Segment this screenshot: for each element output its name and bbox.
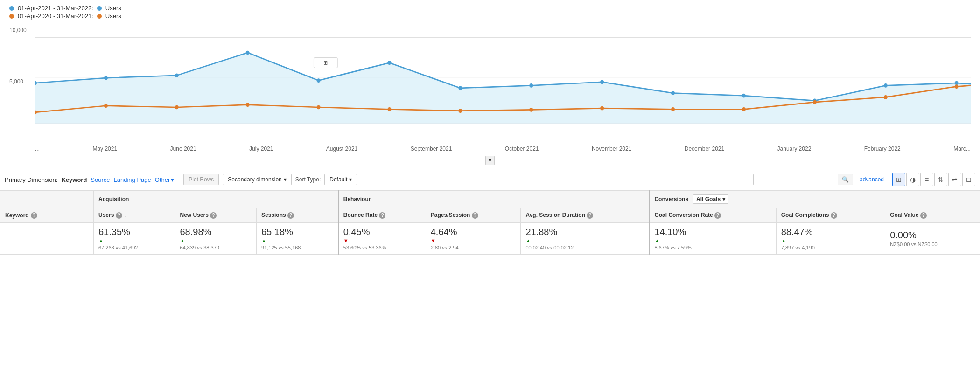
data-icon: ⊟ — [966, 176, 972, 183]
compare-view-button[interactable]: ⇅ — [934, 173, 947, 186]
goal-comp-pct-value: 88.47% — [781, 227, 880, 237]
legend-dates-current: 01-Apr-2021 - 31-Mar-2022: — [18, 5, 93, 12]
list-view-button[interactable]: ≡ — [920, 173, 933, 186]
legend-item-prev: 01-Apr-2020 - 31-Mar-2021: Users — [9, 13, 971, 20]
pages-pct-value: 4.64% — [431, 227, 516, 237]
avg-session-trend-icon: ▲ — [525, 238, 531, 243]
new-users-trend-icon: ▲ — [180, 238, 185, 243]
primary-dimension-bar: Primary Dimension: Keyword Source Landin… — [5, 176, 174, 183]
grid-view-button[interactable]: ⊞ — [892, 173, 905, 186]
goal-comp-help-icon[interactable]: ? — [831, 212, 837, 219]
totals-goal-value-cell: 0.00% NZ$0.00 vs NZ$0.00 — [885, 222, 980, 254]
totals-pages-cell: 4.64% ▼ 2.80 vs 2.94 — [426, 222, 521, 254]
sort-default-button[interactable]: Default ▾ — [324, 174, 357, 185]
legend-label-current: Users — [105, 5, 121, 12]
svg-point-19 — [104, 104, 108, 108]
filter-view-button[interactable]: ⇌ — [948, 173, 961, 186]
svg-point-6 — [175, 73, 179, 77]
keyword-col-header: Keyword ? — [0, 191, 94, 223]
new-users-pct-value: 68.98% — [180, 227, 251, 237]
goal-value-help-icon[interactable]: ? — [920, 212, 927, 219]
svg-point-20 — [175, 105, 179, 110]
svg-point-23 — [387, 107, 391, 111]
users-help-icon[interactable]: ? — [116, 212, 122, 219]
secondary-dimension-button[interactable]: Secondary dimension ▾ — [223, 174, 291, 185]
new-users-help-icon[interactable]: ? — [210, 212, 217, 219]
goal-value-col-header: Goal Value ? — [885, 208, 980, 223]
x-label-5: September 2021 — [411, 145, 452, 152]
plot-rows-button[interactable]: Plot Rows — [183, 174, 219, 185]
bounce-detail: 53.60% vs 53.36% — [343, 245, 421, 250]
advanced-link[interactable]: advanced — [860, 176, 884, 183]
totals-keyword-cell — [0, 222, 94, 254]
sessions-help-icon[interactable]: ? — [287, 212, 294, 219]
legend-dot-blue — [9, 6, 14, 11]
chart-legend: 01-Apr-2021 - 31-Mar-2022: Users 01-Apr-… — [9, 5, 971, 20]
svg-point-13 — [671, 91, 675, 95]
svg-point-5 — [104, 76, 108, 80]
sessions-col-header: Sessions ? — [256, 208, 338, 223]
dim-other[interactable]: Other ▾ — [155, 176, 175, 183]
column-header-row: Users ? ↓ New Users ? Sessions ? Bounce … — [0, 208, 980, 223]
search-input[interactable] — [754, 174, 838, 185]
filter-icon: ⇌ — [952, 176, 958, 183]
bounce-rate-col-header: Bounce Rate ? — [338, 208, 426, 223]
keyword-help-icon[interactable]: ? — [31, 212, 37, 219]
dim-other-label: Other — [155, 176, 170, 183]
goal-comp-col-header: Goal Completions ? — [776, 208, 885, 223]
x-label-7: November 2021 — [592, 145, 631, 152]
svg-point-12 — [600, 80, 604, 84]
svg-marker-3 — [35, 53, 971, 124]
all-goals-dropdown[interactable]: All Goals ▾ — [693, 194, 728, 204]
conversions-header: Conversions All Goals ▾ — [649, 191, 980, 208]
search-box: 🔍 — [753, 174, 853, 185]
sort-default-label: Default — [329, 176, 347, 183]
search-icon: 🔍 — [842, 176, 849, 183]
x-label-2: June 2021 — [170, 145, 196, 152]
dim-source[interactable]: Source — [91, 176, 110, 183]
data-view-button[interactable]: ⊟ — [962, 173, 975, 186]
all-goals-chevron-icon: ▾ — [722, 196, 725, 202]
sessions-trend-icon: ▲ — [261, 238, 266, 243]
users-sort-icon[interactable]: ↓ — [125, 212, 127, 218]
bounce-trend-icon: ▼ — [343, 238, 349, 243]
totals-avg-session-cell: 21.88% ▲ 00:02:40 vs 00:02:12 — [521, 222, 649, 254]
primary-dim-label: Primary Dimension: — [5, 176, 57, 183]
svg-point-29 — [813, 100, 817, 104]
scroll-down-button[interactable]: ▾ — [485, 156, 495, 165]
y-axis: 10,000 5,000 — [9, 22, 35, 144]
avg-session-help-icon[interactable]: ? — [587, 212, 593, 219]
dim-landing-page[interactable]: Landing Page — [114, 176, 151, 183]
avg-session-pct-value: 21.88% — [525, 227, 644, 237]
y-label-mid: 5,000 — [9, 78, 35, 85]
pages-trend-icon: ▼ — [431, 238, 436, 243]
toolbar: Primary Dimension: Keyword Source Landin… — [0, 169, 980, 190]
svg-point-17 — [955, 81, 959, 85]
pages-help-icon[interactable]: ? — [472, 212, 478, 219]
legend-dot-orange — [9, 14, 14, 19]
pages-detail: 2.80 vs 2.94 — [431, 245, 516, 250]
legend-item-current: 01-Apr-2021 - 31-Mar-2022: Users — [9, 5, 971, 12]
totals-bounce-cell: 0.45% ▼ 53.60% vs 53.36% — [338, 222, 426, 254]
svg-point-22 — [317, 105, 321, 110]
svg-point-28 — [742, 107, 746, 111]
pie-view-button[interactable]: ◑ — [906, 173, 919, 186]
pie-icon: ◑ — [910, 176, 916, 183]
chart-svg: ⊞ — [35, 22, 971, 144]
avg-session-col-header: Avg. Session Duration ? — [521, 208, 649, 223]
totals-row: 61.35% ▲ 67,268 vs 41,692 68.98% ▲ 64,83… — [0, 222, 980, 254]
acquisition-header: Acquisition — [94, 191, 338, 208]
x-label-6: October 2021 — [505, 145, 539, 152]
svg-point-7 — [246, 51, 250, 55]
goal-conv-col-header: Goal Conversion Rate ? — [649, 208, 776, 223]
goal-value-detail: NZ$0.00 vs NZ$0.00 — [890, 242, 975, 247]
line-chart: 10,000 5,000 — [9, 22, 971, 144]
bounce-help-icon[interactable]: ? — [379, 212, 385, 219]
goal-conv-help-icon[interactable]: ? — [714, 212, 721, 219]
search-button[interactable]: 🔍 — [838, 174, 853, 185]
dim-keyword[interactable]: Keyword — [61, 176, 87, 183]
sessions-detail: 91,125 vs 55,168 — [261, 245, 333, 250]
x-label-8: December 2021 — [685, 145, 724, 152]
view-icons: ⊞ ◑ ≡ ⇅ ⇌ ⊟ — [892, 173, 975, 186]
chart-area: 01-Apr-2021 - 31-Mar-2022: Users 01-Apr-… — [0, 0, 980, 169]
